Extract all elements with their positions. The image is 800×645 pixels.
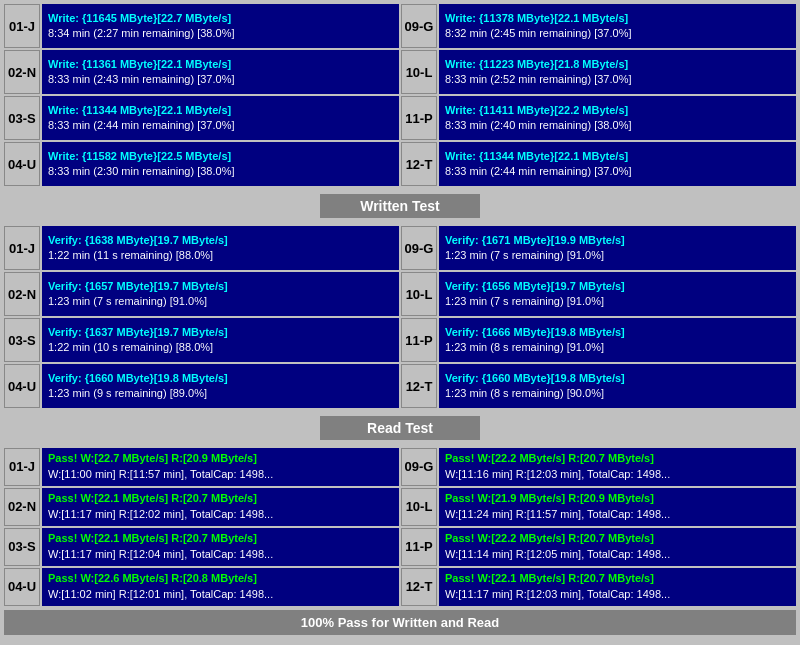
verify-right-col: 09-G Verify: {1671 MByte}[19.9 MByte/s] …: [401, 226, 796, 408]
id-01j: 01-J: [4, 4, 40, 48]
id-03s: 03-S: [4, 96, 40, 140]
pass-line1-01j: Pass! W:[22.7 MByte/s] R:[20.9 MByte/s]: [48, 451, 393, 467]
verify-grid: 01-J Verify: {1638 MByte}[19.7 MByte/s] …: [4, 226, 796, 408]
pass-left-col: 01-J Pass! W:[22.7 MByte/s] R:[20.9 MByt…: [4, 448, 399, 606]
pass-line2-09g: W:[11:16 min] R:[12:03 min], TotalCap: 1…: [445, 467, 790, 483]
write-section: 01-J Write: {11645 MByte}[22.7 MByte/s] …: [4, 4, 796, 186]
write-line1-02n: Write: {11361 MByte}[22.1 MByte/s]: [48, 57, 393, 72]
write-row-10l: 10-L Write: {11223 MByte}[21.8 MByte/s] …: [401, 50, 796, 94]
write-line2-10l: 8:33 min (2:52 min remaining) [37.0%]: [445, 72, 790, 87]
v-id-12t: 12-T: [401, 364, 437, 408]
pass-line2-11p: W:[11:14 min] R:[12:05 min], TotalCap: 1…: [445, 547, 790, 563]
write-line2-02n: 8:33 min (2:43 min remaining) [37.0%]: [48, 72, 393, 87]
verify-line1-02n: Verify: {1657 MByte}[19.7 MByte/s]: [48, 279, 393, 294]
p-id-04u: 04-U: [4, 568, 40, 606]
v-id-01j: 01-J: [4, 226, 40, 270]
verify-left-col: 01-J Verify: {1638 MByte}[19.7 MByte/s] …: [4, 226, 399, 408]
verify-line2-12t: 1:23 min (8 s remaining) [90.0%]: [445, 386, 790, 401]
verify-row-11p: 11-P Verify: {1666 MByte}[19.8 MByte/s] …: [401, 318, 796, 362]
verify-row-09g: 09-G Verify: {1671 MByte}[19.9 MByte/s] …: [401, 226, 796, 270]
pass-cell-02n: Pass! W:[22.1 MByte/s] R:[20.7 MByte/s] …: [42, 488, 399, 526]
pass-cell-01j: Pass! W:[22.7 MByte/s] R:[20.9 MByte/s] …: [42, 448, 399, 486]
write-cell-12t: Write: {11344 MByte}[22.1 MByte/s] 8:33 …: [439, 142, 796, 186]
write-line2-12t: 8:33 min (2:44 min remaining) [37.0%]: [445, 164, 790, 179]
verify-line1-09g: Verify: {1671 MByte}[19.9 MByte/s]: [445, 233, 790, 248]
verify-row-01j: 01-J Verify: {1638 MByte}[19.7 MByte/s] …: [4, 226, 399, 270]
verify-line2-10l: 1:23 min (7 s remaining) [91.0%]: [445, 294, 790, 309]
p-id-11p: 11-P: [401, 528, 437, 566]
pass-grid: 01-J Pass! W:[22.7 MByte/s] R:[20.9 MByt…: [4, 448, 796, 606]
write-line2-09g: 8:32 min (2:45 min remaining) [37.0%]: [445, 26, 790, 41]
p-id-01j: 01-J: [4, 448, 40, 486]
verify-cell-11p: Verify: {1666 MByte}[19.8 MByte/s] 1:23 …: [439, 318, 796, 362]
write-row-01j: 01-J Write: {11645 MByte}[22.7 MByte/s] …: [4, 4, 399, 48]
read-test-header-row: Read Test: [4, 412, 796, 444]
v-id-11p: 11-P: [401, 318, 437, 362]
p-id-02n: 02-N: [4, 488, 40, 526]
pass-row-02n: 02-N Pass! W:[22.1 MByte/s] R:[20.7 MByt…: [4, 488, 399, 526]
write-cell-09g: Write: {11378 MByte}[22.1 MByte/s] 8:32 …: [439, 4, 796, 48]
verify-line2-03s: 1:22 min (10 s remaining) [88.0%]: [48, 340, 393, 355]
write-line2-01j: 8:34 min (2:27 min remaining) [38.0%]: [48, 26, 393, 41]
pass-row-09g: 09-G Pass! W:[22.2 MByte/s] R:[20.7 MByt…: [401, 448, 796, 486]
verify-line1-12t: Verify: {1660 MByte}[19.8 MByte/s]: [445, 371, 790, 386]
write-row-02n: 02-N Write: {11361 MByte}[22.1 MByte/s] …: [4, 50, 399, 94]
write-cell-11p: Write: {11411 MByte}[22.2 MByte/s] 8:33 …: [439, 96, 796, 140]
verify-line2-09g: 1:23 min (7 s remaining) [91.0%]: [445, 248, 790, 263]
pass-line1-10l: Pass! W:[21.9 MByte/s] R:[20.9 MByte/s]: [445, 491, 790, 507]
id-10l: 10-L: [401, 50, 437, 94]
write-cell-03s: Write: {11344 MByte}[22.1 MByte/s] 8:33 …: [42, 96, 399, 140]
write-grid: 01-J Write: {11645 MByte}[22.7 MByte/s] …: [4, 4, 796, 186]
verify-line1-03s: Verify: {1637 MByte}[19.7 MByte/s]: [48, 325, 393, 340]
pass-row-03s: 03-S Pass! W:[22.1 MByte/s] R:[20.7 MByt…: [4, 528, 399, 566]
write-line1-09g: Write: {11378 MByte}[22.1 MByte/s]: [445, 11, 790, 26]
pass-row-11p: 11-P Pass! W:[22.2 MByte/s] R:[20.7 MByt…: [401, 528, 796, 566]
verify-line2-02n: 1:23 min (7 s remaining) [91.0%]: [48, 294, 393, 309]
verify-row-12t: 12-T Verify: {1660 MByte}[19.8 MByte/s] …: [401, 364, 796, 408]
pass-cell-09g: Pass! W:[22.2 MByte/s] R:[20.7 MByte/s] …: [439, 448, 796, 486]
write-cell-02n: Write: {11361 MByte}[22.1 MByte/s] 8:33 …: [42, 50, 399, 94]
verify-line2-11p: 1:23 min (8 s remaining) [91.0%]: [445, 340, 790, 355]
v-id-10l: 10-L: [401, 272, 437, 316]
verify-cell-01j: Verify: {1638 MByte}[19.7 MByte/s] 1:22 …: [42, 226, 399, 270]
write-line1-01j: Write: {11645 MByte}[22.7 MByte/s]: [48, 11, 393, 26]
write-cell-10l: Write: {11223 MByte}[21.8 MByte/s] 8:33 …: [439, 50, 796, 94]
v-id-03s: 03-S: [4, 318, 40, 362]
pass-line1-04u: Pass! W:[22.6 MByte/s] R:[20.8 MByte/s]: [48, 571, 393, 587]
pass-line1-02n: Pass! W:[22.1 MByte/s] R:[20.7 MByte/s]: [48, 491, 393, 507]
write-line1-03s: Write: {11344 MByte}[22.1 MByte/s]: [48, 103, 393, 118]
write-cell-04u: Write: {11582 MByte}[22.5 MByte/s] 8:33 …: [42, 142, 399, 186]
write-line1-11p: Write: {11411 MByte}[22.2 MByte/s]: [445, 103, 790, 118]
pass-line2-10l: W:[11:24 min] R:[11:57 min], TotalCap: 1…: [445, 507, 790, 523]
write-cell-01j: Write: {11645 MByte}[22.7 MByte/s] 8:34 …: [42, 4, 399, 48]
verify-cell-10l: Verify: {1656 MByte}[19.7 MByte/s] 1:23 …: [439, 272, 796, 316]
pass-line1-12t: Pass! W:[22.1 MByte/s] R:[20.7 MByte/s]: [445, 571, 790, 587]
pass-cell-12t: Pass! W:[22.1 MByte/s] R:[20.7 MByte/s] …: [439, 568, 796, 606]
write-row-09g: 09-G Write: {11378 MByte}[22.1 MByte/s] …: [401, 4, 796, 48]
write-row-03s: 03-S Write: {11344 MByte}[22.1 MByte/s] …: [4, 96, 399, 140]
written-test-header: Written Test: [320, 194, 480, 218]
pass-row-12t: 12-T Pass! W:[22.1 MByte/s] R:[20.7 MByt…: [401, 568, 796, 606]
verify-section: 01-J Verify: {1638 MByte}[19.7 MByte/s] …: [4, 226, 796, 408]
verify-line1-04u: Verify: {1660 MByte}[19.8 MByte/s]: [48, 371, 393, 386]
pass-cell-04u: Pass! W:[22.6 MByte/s] R:[20.8 MByte/s] …: [42, 568, 399, 606]
write-row-04u: 04-U Write: {11582 MByte}[22.5 MByte/s] …: [4, 142, 399, 186]
written-test-header-row: Written Test: [4, 190, 796, 222]
p-id-12t: 12-T: [401, 568, 437, 606]
write-line2-03s: 8:33 min (2:44 min remaining) [37.0%]: [48, 118, 393, 133]
footer-bar: 100% Pass for Written and Read: [4, 610, 796, 635]
p-id-10l: 10-L: [401, 488, 437, 526]
pass-line1-09g: Pass! W:[22.2 MByte/s] R:[20.7 MByte/s]: [445, 451, 790, 467]
id-04u: 04-U: [4, 142, 40, 186]
verify-row-04u: 04-U Verify: {1660 MByte}[19.8 MByte/s] …: [4, 364, 399, 408]
verify-cell-04u: Verify: {1660 MByte}[19.8 MByte/s] 1:23 …: [42, 364, 399, 408]
pass-cell-10l: Pass! W:[21.9 MByte/s] R:[20.9 MByte/s] …: [439, 488, 796, 526]
write-left-col: 01-J Write: {11645 MByte}[22.7 MByte/s] …: [4, 4, 399, 186]
verify-cell-09g: Verify: {1671 MByte}[19.9 MByte/s] 1:23 …: [439, 226, 796, 270]
id-12t: 12-T: [401, 142, 437, 186]
pass-line2-12t: W:[11:17 min] R:[12:03 min], TotalCap: 1…: [445, 587, 790, 603]
pass-row-01j: 01-J Pass! W:[22.7 MByte/s] R:[20.9 MByt…: [4, 448, 399, 486]
p-id-03s: 03-S: [4, 528, 40, 566]
write-line2-11p: 8:33 min (2:40 min remaining) [38.0%]: [445, 118, 790, 133]
verify-row-10l: 10-L Verify: {1656 MByte}[19.7 MByte/s] …: [401, 272, 796, 316]
